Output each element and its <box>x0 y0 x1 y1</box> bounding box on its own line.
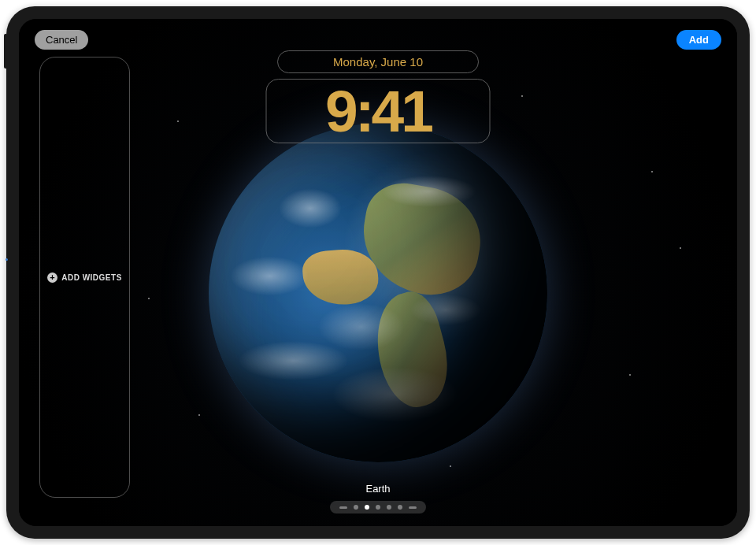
side-indicator <box>6 258 8 261</box>
power-button <box>4 34 6 69</box>
page-indicator[interactable] <box>330 501 426 513</box>
add-button[interactable]: Add <box>676 30 721 50</box>
add-widgets-button[interactable]: + ADD WIDGETS <box>47 272 122 283</box>
widget-panel[interactable]: + ADD WIDGETS <box>39 57 130 498</box>
add-widgets-label: ADD WIDGETS <box>61 273 122 282</box>
page-dot <box>376 505 380 510</box>
screen: Cancel Add Monday, June 10 9:41 + ADD WI… <box>19 19 737 526</box>
page-dot <box>398 505 402 510</box>
page-dot <box>339 506 347 509</box>
clock-widget[interactable]: 9:41 <box>266 79 491 143</box>
plus-icon: + <box>47 272 57 283</box>
date-label: Monday, June 10 <box>333 55 423 69</box>
time-label: 9:41 <box>325 82 431 141</box>
wallpaper-name: Earth <box>365 483 390 495</box>
page-dot <box>354 505 358 510</box>
page-dot <box>409 506 417 509</box>
top-bar: Cancel Add <box>35 30 721 50</box>
earth-image <box>209 124 547 462</box>
page-dot-active <box>365 505 369 510</box>
page-dot <box>387 505 391 510</box>
cancel-button[interactable]: Cancel <box>35 30 88 50</box>
device-frame: Cancel Add Monday, June 10 9:41 + ADD WI… <box>6 6 750 539</box>
date-widget[interactable]: Monday, June 10 <box>277 50 479 73</box>
